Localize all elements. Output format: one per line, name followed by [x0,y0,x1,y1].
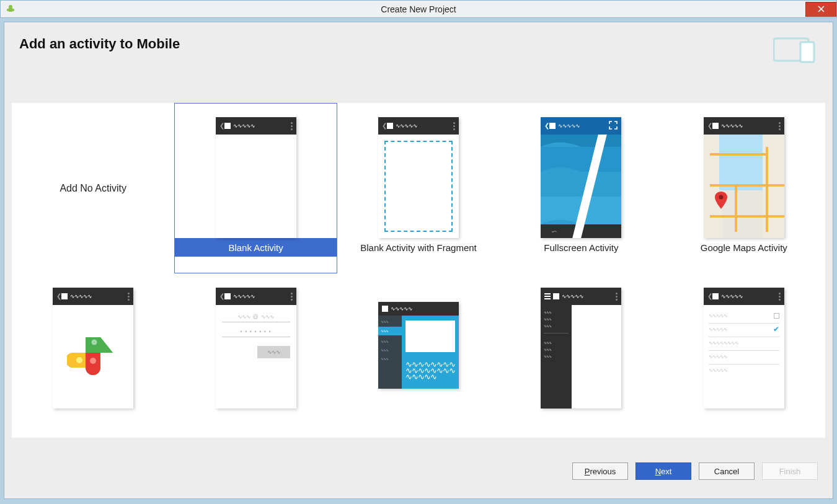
play-services-icon [67,331,119,383]
activity-tile-nav-drawer[interactable] [500,273,662,404]
cancel-button[interactable]: Cancel [699,462,755,480]
svg-rect-2 [7,9,8,11]
thumbnail-fullscreen: ❮ [541,117,621,238]
wizard-footer: Previous Next Cancel Finish [4,444,833,498]
title-bar: Create New Project [0,0,837,18]
finish-button[interactable]: Finish [762,462,818,480]
activity-tile-no-activity[interactable]: Add No Activity [12,103,174,273]
tile-label: Blank Activity with Fragment [338,238,499,257]
thumbnail-settings: ❮ ✔ [704,288,784,409]
svg-rect-3 [13,9,14,11]
checkbox-icon [774,313,779,319]
thumbnail-blank: ❮ [216,117,296,238]
svg-point-7 [76,357,82,363]
form-factor-icon [773,36,818,63]
next-button[interactable]: Next [636,462,691,480]
svg-point-9 [92,339,97,345]
previous-button[interactable]: Previous [572,462,628,480]
map-pin-icon [715,192,727,209]
thumbnail-gps: ❮ [53,288,133,409]
activity-gallery-scroll[interactable]: Add No Activity ❮ [12,103,825,438]
tile-label: Fullscreen Activity [500,238,662,257]
thumbnail-maps: ❮ [704,117,784,238]
thumbnail-blank-fragment: ❮ [378,117,459,238]
thumbnail-master-detail [378,302,459,389]
activity-tile-blank-fragment[interactable]: ❮ Blank Activity with Fragment [337,103,500,273]
hamburger-icon [544,293,551,299]
svg-rect-1 [8,8,13,12]
activity-gallery: Add No Activity ❮ [12,103,825,438]
activity-tile-master-detail[interactable] [337,273,500,404]
android-studio-icon [4,3,17,15]
wizard-body: Add an activity to Mobile Add No Activit… [4,22,833,499]
activity-tile-maps[interactable]: ❮ [663,103,825,273]
window-title: Create New Project [1,4,836,14]
svg-point-8 [90,358,96,364]
svg-rect-5 [800,42,814,62]
check-icon: ✔ [773,327,779,332]
activity-tile-fullscreen[interactable]: ❮ [500,103,662,273]
thumbnail-nav-drawer [541,288,621,409]
close-button[interactable] [805,2,836,17]
thumbnail-login: ❮ @ • • • • • • • [216,288,296,409]
page-title: Add an activity to Mobile [19,36,180,52]
activity-tile-google-play-services[interactable]: ❮ [12,273,174,404]
activity-tile-settings[interactable]: ❮ ✔ [663,273,825,404]
activity-tile-blank[interactable]: ❮ Blank Activity [174,103,337,273]
wizard-header: Add an activity to Mobile [4,22,833,103]
svg-point-6 [719,195,723,200]
tile-label: Google Maps Activity [663,238,825,257]
expand-icon [609,121,618,131]
activity-tile-login[interactable]: ❮ @ • • • • • • • [174,273,337,404]
tile-label: Add No Activity [12,183,174,194]
tile-label: Blank Activity [175,238,336,257]
